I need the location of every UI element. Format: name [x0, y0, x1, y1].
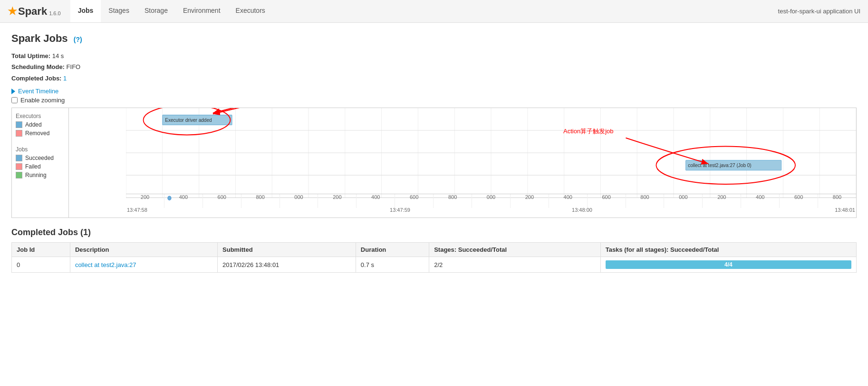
executor-driver-bar [163, 115, 232, 125]
main-content: Spark Jobs (?) Total Uptime: 14 s Schedu… [0, 23, 868, 282]
cell-duration: 0.7 s [356, 257, 429, 273]
enable-zoom-checkbox[interactable] [11, 97, 18, 103]
legend-added-icon [16, 121, 22, 128]
completed-jobs-meta: Completed Jobs: 1 [11, 73, 857, 84]
header: ★ Spark 1.6.0 Jobs Stages Storage Enviro… [0, 0, 868, 23]
cell-stages: 2/2 [429, 257, 601, 273]
job-circle [656, 147, 795, 184]
legend-succeeded: Succeeded [16, 155, 65, 161]
spark-text: Spark [18, 5, 47, 18]
tasks-progress-bar: 4/4 [606, 260, 851, 269]
tick-16: 400 [741, 194, 780, 208]
tick-18: 800 [818, 194, 856, 208]
executor-annotation-arrow [213, 108, 287, 114]
time-label-0: 13:47:58 [126, 207, 309, 215]
cell-submitted: 2017/02/26 13:48:01 [218, 257, 356, 273]
tick-10: 200 [511, 194, 549, 208]
tick-9: 000 [472, 194, 511, 208]
spark-star-icon: ★ [8, 5, 17, 18]
tick-17: 600 [780, 194, 818, 208]
app-title: test-for-spark-ui application UI [778, 8, 860, 15]
enable-zoom-label: Enable zooming [20, 97, 65, 104]
col-description: Description [70, 243, 217, 257]
nav-tab-executors[interactable]: Executors [228, 0, 273, 22]
completed-jobs-link[interactable]: 1 [63, 75, 67, 82]
executor-bar-label: Executor driver added [165, 117, 212, 123]
nav-tab-storage[interactable]: Storage [137, 0, 175, 22]
legend-failed: Failed [16, 163, 65, 170]
help-link[interactable]: (?) [74, 36, 82, 43]
legend-running-icon [16, 172, 22, 178]
spark-logo: ★ Spark [8, 5, 47, 18]
tick-15: 200 [703, 194, 741, 208]
spark-version: 1.6.0 [49, 10, 60, 16]
legend-succeeded-icon [16, 155, 22, 161]
cell-job-id: 0 [12, 257, 70, 273]
job-description-link[interactable]: collect at test2.java:27 [75, 261, 136, 268]
col-tasks: Tasks (for all stages): Succeeded/Total [600, 243, 856, 257]
executors-legend-title: Executors [16, 113, 65, 119]
time-label-1: 13:47:59 [309, 207, 491, 215]
executor-circle [144, 108, 231, 135]
logo-area: ★ Spark 1.6.0 [8, 5, 61, 18]
tick-1: 400 [164, 194, 203, 208]
legend-failed-icon [16, 163, 22, 170]
tick-0: 200 [126, 194, 164, 208]
nav-tab-environment[interactable]: Environment [175, 0, 228, 22]
tick-14: 000 [664, 194, 703, 208]
table-header-row: Job Id Description Submitted Duration St… [12, 243, 857, 257]
tick-5: 200 [318, 194, 357, 208]
job-bar-label: collect at test2.java:27 (Job 0) [688, 162, 752, 168]
nav-tab-jobs[interactable]: Jobs [70, 0, 101, 22]
job-bar [686, 160, 781, 170]
total-uptime: Total Uptime: 14 s [11, 50, 857, 61]
enable-zoom-row: Enable zooming [11, 97, 857, 104]
legend-removed: Removed [16, 130, 65, 137]
axis-ticks-row: 200 400 600 800 000 200 400 600 800 000 … [126, 194, 856, 208]
legend-added: Added [16, 121, 65, 128]
event-timeline-header: Event Timeline [11, 88, 857, 95]
axis-time-labels: 13:47:58 13:47:59 13:48:00 13:48:01 [126, 207, 856, 215]
tick-2: 600 [203, 194, 241, 208]
col-duration: Duration [356, 243, 429, 257]
table-row: 0 collect at test2.java:27 2017/02/26 13… [12, 257, 857, 273]
col-submitted: Submitted [218, 243, 356, 257]
scheduling-mode: Scheduling Mode: FIFO [11, 61, 857, 72]
tick-13: 800 [626, 194, 665, 208]
meta-info: Total Uptime: 14 s Scheduling Mode: FIFO… [11, 50, 857, 84]
timeline-container: Executors Added Removed Jobs Succeeded [11, 108, 857, 218]
job-annotation-text: Action算子触发job [563, 127, 613, 136]
tick-12: 600 [588, 194, 626, 208]
legend-running: Running [16, 172, 65, 178]
cell-description: collect at test2.java:27 [70, 257, 217, 273]
legend-removed-icon [16, 130, 22, 137]
col-job-id: Job Id [12, 243, 70, 257]
col-stages: Stages: Succeeded/Total [429, 243, 601, 257]
cell-tasks: 4/4 [600, 257, 856, 273]
timeline-legend: Executors Added Removed Jobs Succeeded [12, 108, 69, 218]
collapse-icon[interactable] [11, 89, 15, 94]
timeline-title[interactable]: Event Timeline [18, 88, 58, 95]
completed-jobs-title: Completed Jobs (1) [11, 228, 857, 238]
tick-6: 400 [357, 194, 395, 208]
tasks-progress-fill: 4/4 [606, 260, 851, 269]
time-label-2: 13:48:00 [491, 207, 673, 215]
jobs-legend-title: Jobs [16, 146, 65, 153]
page-title: Spark Jobs (?) [11, 32, 857, 45]
tick-4: 000 [280, 194, 318, 208]
main-nav: Jobs Stages Storage Environment Executor… [70, 0, 273, 22]
completed-jobs-table: Job Id Description Submitted Duration St… [11, 242, 857, 273]
job-annotation-arrow [626, 138, 708, 164]
tick-3: 800 [241, 194, 280, 208]
tick-8: 800 [434, 194, 472, 208]
tick-11: 400 [549, 194, 588, 208]
time-label-3: 13:48:01 [673, 207, 856, 215]
nav-tab-stages[interactable]: Stages [101, 0, 137, 22]
timeline-chart: Executor driver added collect at test2.j… [126, 108, 856, 218]
executor-arrow [213, 108, 291, 113]
tick-7: 600 [395, 194, 434, 208]
